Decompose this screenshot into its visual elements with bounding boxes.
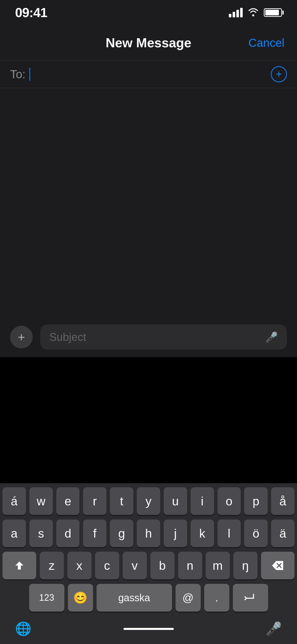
add-recipient-button[interactable]: +	[271, 66, 287, 82]
battery-icon	[264, 8, 282, 17]
compose-toolbar: + Subject 🎤	[0, 314, 297, 357]
space-label: gasska	[118, 592, 150, 603]
key-o[interactable]: o	[218, 487, 241, 515]
key-p[interactable]: p	[244, 487, 268, 515]
key-h[interactable]: h	[137, 519, 160, 547]
key-j[interactable]: j	[164, 519, 187, 547]
key-w[interactable]: w	[29, 487, 53, 515]
microphone-icon[interactable]: 🎤	[266, 621, 282, 636]
emoji-icon: 😊	[73, 591, 88, 605]
numbers-label: 123	[39, 592, 54, 603]
key-v[interactable]: v	[123, 552, 147, 579]
add-attachment-button[interactable]: +	[10, 326, 33, 348]
keyboard-row-3: z x c v b n m ŋ	[3, 552, 294, 579]
at-key[interactable]: @	[176, 584, 201, 612]
signal-bars-icon	[229, 8, 243, 17]
key-c[interactable]: c	[95, 552, 119, 579]
key-g[interactable]: g	[110, 519, 133, 547]
key-t[interactable]: t	[110, 487, 133, 515]
to-label: To:	[10, 67, 25, 81]
keyboard-bottom-bar: 🌐 🎤	[3, 616, 294, 644]
space-key[interactable]: gasska	[97, 584, 172, 612]
cancel-button[interactable]: Cancel	[244, 36, 284, 50]
emoji-key[interactable]: 😊	[68, 584, 93, 612]
home-indicator	[123, 628, 174, 630]
return-key[interactable]	[233, 584, 268, 612]
key-eng[interactable]: ŋ	[233, 552, 258, 579]
key-b[interactable]: b	[150, 552, 175, 579]
keyboard: á w e r t y u i o p å a s d f g h j k l …	[0, 483, 297, 644]
key-x[interactable]: x	[67, 552, 92, 579]
key-a-acute[interactable]: á	[3, 487, 26, 515]
text-cursor	[29, 68, 30, 81]
key-k[interactable]: k	[191, 519, 214, 547]
page-title: New Message	[53, 35, 244, 50]
key-a-ring[interactable]: å	[271, 487, 294, 515]
shift-key[interactable]	[3, 552, 36, 579]
subject-placeholder: Subject	[49, 331, 86, 343]
subject-input-container[interactable]: Subject 🎤	[40, 325, 287, 350]
key-u[interactable]: u	[164, 487, 187, 515]
svg-point-0	[252, 14, 254, 16]
numbers-key[interactable]: 123	[29, 584, 64, 612]
key-y[interactable]: y	[137, 487, 160, 515]
period-label: .	[215, 591, 218, 604]
status-bar: 09:41	[0, 0, 297, 25]
keyboard-row-4: 123 😊 gasska @ .	[3, 584, 294, 612]
key-n[interactable]: n	[178, 552, 202, 579]
to-field-row: To: +	[0, 60, 297, 88]
key-z[interactable]: z	[40, 552, 64, 579]
key-a[interactable]: a	[3, 519, 26, 547]
status-time: 09:41	[15, 5, 47, 20]
key-m[interactable]: m	[206, 552, 230, 579]
key-a-umlaut[interactable]: ä	[271, 519, 294, 547]
key-e[interactable]: e	[56, 487, 80, 515]
key-s[interactable]: s	[29, 519, 53, 547]
key-d[interactable]: d	[56, 519, 80, 547]
navigation-bar: New Message Cancel	[0, 25, 297, 60]
period-key[interactable]: .	[204, 584, 229, 612]
keyboard-row-1: á w e r t y u i o p å	[3, 487, 294, 515]
key-l[interactable]: l	[218, 519, 241, 547]
dictation-icon[interactable]: 🎤	[265, 331, 278, 343]
key-f[interactable]: f	[83, 519, 106, 547]
status-icons	[229, 7, 282, 19]
keyboard-row-2: a s d f g h j k l ö ä	[3, 519, 294, 547]
key-o-umlaut[interactable]: ö	[244, 519, 268, 547]
delete-key[interactable]	[261, 552, 295, 579]
wifi-icon	[247, 7, 259, 19]
message-body[interactable]	[0, 88, 297, 314]
key-i[interactable]: i	[191, 487, 214, 515]
key-r[interactable]: r	[83, 487, 106, 515]
svg-marker-1	[15, 561, 23, 570]
at-label: @	[182, 591, 194, 604]
globe-icon[interactable]: 🌐	[15, 621, 31, 636]
